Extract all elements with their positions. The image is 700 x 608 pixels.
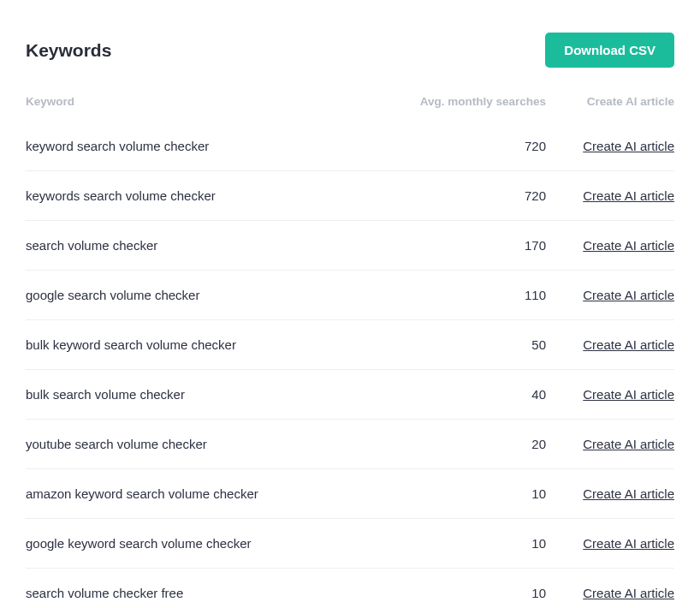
- column-header-searches: Avg. monthly searches: [392, 95, 546, 108]
- searches-cell: 10: [392, 586, 546, 600]
- searches-cell: 10: [392, 536, 546, 551]
- table-row: bulk search volume checker40Create AI ar…: [26, 370, 674, 420]
- table-row: google keyword search volume checker10Cr…: [26, 519, 674, 569]
- table-row: bulk keyword search volume checker50Crea…: [26, 320, 674, 370]
- table-row: youtube search volume checker20Create AI…: [26, 420, 674, 469]
- create-ai-article-link[interactable]: Create AI article: [583, 387, 674, 402]
- action-cell: Create AI article: [546, 288, 674, 302]
- create-ai-article-link[interactable]: Create AI article: [583, 337, 674, 352]
- action-cell: Create AI article: [546, 139, 674, 153]
- create-ai-article-link[interactable]: Create AI article: [583, 139, 674, 153]
- keyword-cell: google keyword search volume checker: [26, 536, 392, 551]
- create-ai-article-link[interactable]: Create AI article: [583, 238, 674, 253]
- page-title: Keywords: [26, 40, 111, 61]
- keyword-cell: youtube search volume checker: [26, 437, 392, 451]
- action-cell: Create AI article: [546, 437, 674, 451]
- download-csv-button[interactable]: Download CSV: [545, 33, 674, 68]
- searches-cell: 50: [392, 337, 546, 352]
- keyword-cell: google search volume checker: [26, 288, 392, 302]
- column-header-action: Create AI article: [546, 95, 674, 108]
- table-row: keywords search volume checker720Create …: [26, 171, 674, 221]
- action-cell: Create AI article: [546, 238, 674, 253]
- table-row: keyword search volume checker720Create A…: [26, 122, 674, 171]
- keyword-cell: search volume checker: [26, 238, 392, 253]
- searches-cell: 20: [392, 437, 546, 451]
- create-ai-article-link[interactable]: Create AI article: [583, 188, 674, 203]
- table-header: Keyword Avg. monthly searches Create AI …: [26, 95, 674, 122]
- table-row: amazon keyword search volume checker10Cr…: [26, 469, 674, 519]
- searches-cell: 10: [392, 486, 546, 501]
- header-row: Keywords Download CSV: [26, 33, 674, 68]
- create-ai-article-link[interactable]: Create AI article: [583, 486, 674, 501]
- table-row: google search volume checker110Create AI…: [26, 271, 674, 320]
- keyword-cell: keyword search volume checker: [26, 139, 392, 153]
- searches-cell: 720: [392, 188, 546, 203]
- searches-cell: 40: [392, 387, 546, 402]
- searches-cell: 170: [392, 238, 546, 253]
- action-cell: Create AI article: [546, 536, 674, 551]
- searches-cell: 720: [392, 139, 546, 153]
- create-ai-article-link[interactable]: Create AI article: [583, 586, 674, 600]
- column-header-keyword: Keyword: [26, 95, 392, 108]
- keyword-cell: keywords search volume checker: [26, 188, 392, 203]
- table-row: search volume checker170Create AI articl…: [26, 221, 674, 271]
- keyword-cell: search volume checker free: [26, 586, 392, 600]
- keyword-table-body: keyword search volume checker720Create A…: [26, 122, 674, 608]
- action-cell: Create AI article: [546, 486, 674, 501]
- keyword-cell: bulk search volume checker: [26, 387, 392, 402]
- action-cell: Create AI article: [546, 337, 674, 352]
- action-cell: Create AI article: [546, 387, 674, 402]
- table-row: search volume checker free10Create AI ar…: [26, 569, 674, 608]
- action-cell: Create AI article: [546, 586, 674, 600]
- action-cell: Create AI article: [546, 188, 674, 203]
- create-ai-article-link[interactable]: Create AI article: [583, 536, 674, 551]
- keyword-cell: bulk keyword search volume checker: [26, 337, 392, 352]
- create-ai-article-link[interactable]: Create AI article: [583, 437, 674, 451]
- keyword-cell: amazon keyword search volume checker: [26, 486, 392, 501]
- create-ai-article-link[interactable]: Create AI article: [583, 288, 674, 302]
- searches-cell: 110: [392, 288, 546, 302]
